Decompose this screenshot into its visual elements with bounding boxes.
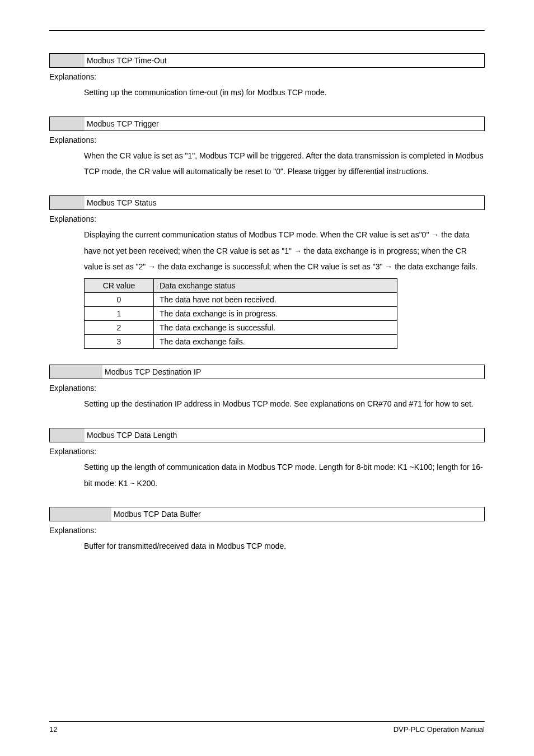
section-lead-cell [50, 196, 85, 209]
table-row: 0 The data have not been received. [85, 293, 397, 307]
explanations-label: Explanations: [49, 136, 485, 144]
section-title-datalen: Modbus TCP Data Length [85, 428, 177, 442]
table-cell-status: The data exchange is in progress. [154, 307, 397, 321]
section-box-timeout: Modbus TCP Time-Out [49, 53, 485, 68]
explanations-label: Explanations: [49, 526, 485, 535]
section-lead-cell [50, 428, 85, 442]
explanations-label: Explanations: [49, 447, 485, 456]
table-cell-status: The data exchange fails. [154, 335, 397, 349]
explanations-body-timeout: Setting up the communication time-out (i… [84, 85, 485, 101]
table-cell-cr: 3 [85, 335, 154, 349]
section-title-databuf: Modbus TCP Data Buffer [111, 507, 201, 521]
table-row: 3 The data exchange fails. [85, 335, 397, 349]
table-header-status: Data exchange status [154, 279, 397, 293]
section-box-trigger: Modbus TCP Trigger [49, 116, 485, 131]
explanations-body-trigger: When the CR value is set as "1", Modbus … [84, 148, 485, 180]
section-lead-cell [50, 54, 85, 67]
section-title-destip: Modbus TCP Destination IP [102, 365, 201, 379]
explanations-label: Explanations: [49, 384, 485, 393]
explanations-body-destip: Setting up the destination IP address in… [84, 396, 485, 412]
manual-title: DVP-PLC Operation Manual [394, 725, 485, 734]
page: Modbus TCP Time-Out Explanations: Settin… [0, 0, 534, 756]
table-header-cr: CR value [85, 279, 154, 293]
table-cell-status: The data exchange is successful. [154, 321, 397, 335]
cr-value-table: CR value Data exchange status 0 The data… [84, 278, 397, 349]
explanations-label: Explanations: [49, 214, 485, 223]
section-box-destip: Modbus TCP Destination IP [49, 365, 485, 379]
explanations-label: Explanations: [49, 72, 485, 81]
table-header-row: CR value Data exchange status [85, 279, 397, 293]
page-footer: 12 DVP-PLC Operation Manual [49, 721, 485, 734]
section-box-databuf: Modbus TCP Data Buffer [49, 507, 485, 521]
table-row: 1 The data exchange is in progress. [85, 307, 397, 321]
table-cell-cr: 2 [85, 321, 154, 335]
page-number: 12 [49, 725, 57, 734]
table-cell-status: The data have not been received. [154, 293, 397, 307]
explanations-body-databuf: Buffer for transmitted/received data in … [84, 538, 485, 554]
section-title-trigger: Modbus TCP Trigger [85, 117, 159, 130]
table-cell-cr: 1 [85, 307, 154, 321]
section-title-status: Modbus TCP Status [85, 196, 157, 209]
section-title-timeout: Modbus TCP Time-Out [85, 54, 167, 67]
section-lead-cell [50, 365, 102, 379]
section-box-datalen: Modbus TCP Data Length [49, 428, 485, 442]
section-lead-cell [50, 117, 85, 130]
top-rule [49, 30, 485, 31]
section-lead-cell [50, 507, 111, 521]
section-box-status: Modbus TCP Status [49, 195, 485, 210]
explanations-body-status: Displaying the current communication sta… [84, 227, 485, 275]
table-cell-cr: 0 [85, 293, 154, 307]
explanations-body-datalen: Setting up the length of communication d… [84, 459, 485, 491]
table-row: 2 The data exchange is successful. [85, 321, 397, 335]
